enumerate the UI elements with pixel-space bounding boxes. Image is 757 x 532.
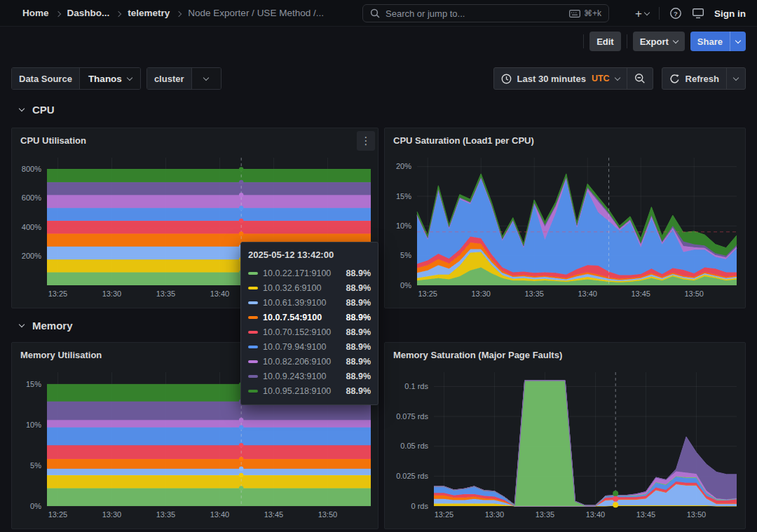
- svg-text:13:35: 13:35: [524, 289, 544, 298]
- series-swatch: [248, 272, 258, 275]
- breadcrumb: Home Dashbo... telemetry Node Exporter /…: [22, 8, 324, 18]
- series-swatch: [248, 316, 258, 319]
- svg-text:0.05 rds: 0.05 rds: [400, 442, 428, 450]
- clock-icon: [501, 74, 512, 84]
- chevron-down-icon: [19, 322, 25, 327]
- news-button[interactable]: [692, 8, 704, 19]
- series-value: 88.9%: [346, 298, 371, 308]
- svg-text:0%: 0%: [400, 281, 411, 289]
- panel-header[interactable]: Memory Saturation (Major Page Faults): [385, 343, 745, 367]
- series-value: 88.9%: [346, 357, 371, 367]
- svg-text:13:50: 13:50: [687, 510, 707, 519]
- cluster-select[interactable]: [191, 68, 221, 89]
- panel-memory-saturation: Memory Saturation (Major Page Faults) 0 …: [384, 342, 746, 529]
- panel-cpu-saturation: CPU Saturation (Load1 per CPU) 0%5%10%15…: [384, 128, 746, 308]
- section-cpu[interactable]: CPU: [20, 104, 55, 116]
- panel-title: Memory Saturation (Major Page Faults): [393, 350, 562, 360]
- share-menu-button[interactable]: [730, 32, 746, 51]
- panel-title: Memory Utilisation: [20, 350, 102, 360]
- share-button[interactable]: Share: [690, 32, 730, 51]
- chevron-down-icon: [673, 37, 678, 43]
- svg-text:20%: 20%: [396, 162, 411, 170]
- help-button[interactable]: ?: [669, 7, 682, 20]
- svg-text:5%: 5%: [30, 461, 41, 470]
- svg-text:15%: 15%: [26, 380, 41, 388]
- section-memory[interactable]: Memory: [20, 320, 73, 332]
- tooltip-row: 10.0.7.54:910088.9%: [248, 310, 371, 325]
- datasource-select[interactable]: Thanos: [79, 68, 140, 89]
- panel-title: CPU Saturation (Load1 per CPU): [393, 135, 534, 146]
- edit-button[interactable]: Edit: [589, 32, 621, 51]
- plus-icon: +: [635, 8, 642, 20]
- panel-header[interactable]: CPU Utilisation: [12, 128, 378, 152]
- svg-text:5%: 5%: [400, 251, 411, 259]
- cpu-saturation-chart[interactable]: 0%5%10%15%20%13:2513:3013:3513:4013:4513…: [389, 152, 741, 303]
- tooltip-row: 10.0.32.6:910088.9%: [248, 280, 371, 295]
- chevron-down-icon: [735, 37, 741, 43]
- refresh-button[interactable]: Refresh: [662, 68, 726, 89]
- series-name: 10.0.61.39:9100: [263, 298, 341, 308]
- breadcrumb-current: Node Exporter / USE Method /...: [188, 8, 324, 18]
- svg-text:13:40: 13:40: [578, 289, 597, 298]
- svg-text:13:30: 13:30: [102, 289, 122, 298]
- svg-text:200%: 200%: [22, 252, 41, 260]
- zoom-out-icon: [634, 73, 646, 84]
- tooltip-timestamp: 2025-05-12 13:42:00: [248, 248, 371, 266]
- svg-text:13:25: 13:25: [435, 510, 454, 519]
- breadcrumb-folder[interactable]: telemetry: [128, 8, 170, 18]
- divider: [627, 34, 627, 48]
- breadcrumb-home[interactable]: Home: [22, 8, 49, 18]
- dashboard-controls: Data Source Thanos cluster: [0, 67, 757, 90]
- svg-text:13:25: 13:25: [418, 289, 437, 298]
- tooltip-row: 10.0.22.171:910088.9%: [248, 266, 371, 280]
- memory-saturation-chart[interactable]: 0 rds0.025 rds0.05 rds0.075 rds0.1 rds13…: [389, 367, 741, 524]
- svg-text:400%: 400%: [22, 223, 41, 231]
- svg-text:13:40: 13:40: [586, 510, 606, 519]
- breadcrumb-dashboards[interactable]: Dashbo...: [67, 8, 110, 18]
- series-swatch: [248, 301, 258, 304]
- share-split-button: Share: [690, 32, 746, 51]
- time-range-picker[interactable]: Last 30 minutes UTC: [494, 68, 627, 89]
- series-name: 10.0.9.243:9100: [263, 371, 341, 381]
- svg-text:13:45: 13:45: [264, 510, 284, 519]
- datasource-label: Data Source: [12, 68, 79, 89]
- search-placeholder: Search or jump to...: [386, 8, 564, 19]
- tooltip-row: 10.0.70.152:910088.9%: [248, 325, 371, 339]
- chevron-right-icon: [56, 8, 60, 18]
- refresh-interval-button[interactable]: [726, 68, 745, 89]
- svg-text:600%: 600%: [22, 193, 41, 202]
- cluster-variable: cluster: [146, 67, 221, 90]
- search-icon: [370, 8, 380, 18]
- svg-text:13:25: 13:25: [48, 510, 68, 519]
- series-value: 88.9%: [346, 371, 371, 381]
- datasource-variable: Data Source Thanos: [11, 67, 141, 90]
- sign-in-button[interactable]: Sign in: [714, 8, 746, 19]
- svg-text:15%: 15%: [396, 192, 411, 200]
- search-input[interactable]: Search or jump to... ⌘+k: [362, 4, 609, 22]
- series-value: 88.9%: [346, 283, 371, 293]
- new-button[interactable]: +: [635, 8, 649, 20]
- chevron-down-icon: [127, 74, 132, 80]
- svg-text:13:30: 13:30: [102, 510, 122, 519]
- panel-header[interactable]: CPU Saturation (Load1 per CPU): [385, 128, 745, 152]
- series-name: 10.0.7.54:9100: [263, 313, 341, 322]
- search-shortcut: ⌘+k: [569, 8, 601, 18]
- svg-text:10%: 10%: [396, 221, 411, 230]
- export-button[interactable]: Export: [633, 32, 685, 51]
- svg-text:13:25: 13:25: [48, 289, 68, 298]
- svg-text:13:30: 13:30: [471, 289, 491, 298]
- svg-text:0.075 rds: 0.075 rds: [396, 412, 428, 421]
- dashboard-toolbar: Edit Export Share: [0, 29, 757, 53]
- series-name: 10.0.70.152:9100: [263, 327, 341, 337]
- keyboard-icon: [569, 10, 580, 18]
- series-name: 10.0.79.94:9100: [263, 342, 341, 352]
- monitor-icon: [692, 8, 704, 19]
- svg-text:13:45: 13:45: [631, 289, 650, 298]
- svg-text:800%: 800%: [22, 165, 41, 173]
- zoom-out-button[interactable]: [627, 68, 653, 89]
- svg-text:13:50: 13:50: [684, 289, 704, 298]
- panel-menu-icon[interactable]: ⋮: [357, 131, 375, 151]
- svg-text:13:40: 13:40: [210, 289, 230, 298]
- series-value: 88.9%: [346, 327, 371, 337]
- tooltip-row: 10.0.61.39:910088.9%: [248, 295, 371, 310]
